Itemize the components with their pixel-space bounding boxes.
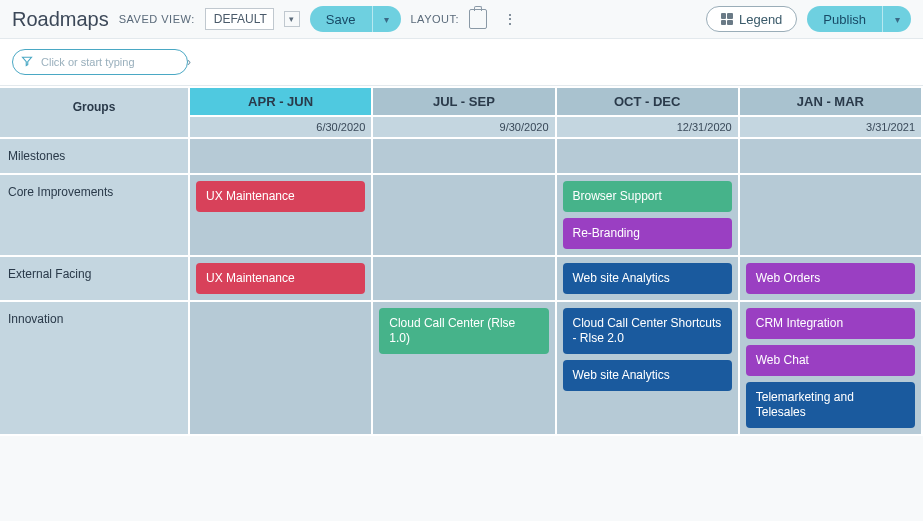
column-date-q1: 6/30/2020 bbox=[190, 117, 373, 139]
roadmap-card[interactable]: Browser Support bbox=[563, 181, 732, 212]
grid-cell bbox=[740, 139, 923, 175]
page-title: Roadmaps bbox=[12, 8, 109, 31]
publish-dropdown-icon[interactable]: ▾ bbox=[883, 6, 911, 32]
roadmap-card[interactable]: Cloud Call Center Shortcuts - Rlse 2.0 bbox=[563, 308, 732, 354]
column-date-q4: 3/31/2021 bbox=[740, 117, 923, 139]
column-header-q2[interactable]: JUL - SEP bbox=[373, 88, 556, 117]
row-label: Core Improvements bbox=[0, 175, 190, 257]
column-header-groups: Groups bbox=[0, 88, 190, 139]
grid-cell bbox=[373, 175, 556, 257]
grid-cell: CRM IntegrationWeb ChatTelemarketing and… bbox=[740, 302, 923, 436]
grid-cell: Browser SupportRe-Branding bbox=[557, 175, 740, 257]
roadmap-card[interactable]: UX Maintenance bbox=[196, 181, 365, 212]
legend-icon bbox=[721, 13, 733, 25]
grid-cell: UX Maintenance bbox=[190, 175, 373, 257]
grid-cell bbox=[557, 139, 740, 175]
more-menu-icon[interactable]: ⋮ bbox=[497, 11, 524, 27]
roadmap-card[interactable]: Telemarketing and Telesales bbox=[746, 382, 915, 428]
legend-button-label: Legend bbox=[739, 12, 782, 27]
grid-cell: Web site Analytics bbox=[557, 257, 740, 302]
layout-icon[interactable] bbox=[469, 9, 487, 29]
save-button[interactable]: Save ▾ bbox=[310, 6, 401, 32]
roadmap-card[interactable]: UX Maintenance bbox=[196, 263, 365, 294]
column-date-q3: 12/31/2020 bbox=[557, 117, 740, 139]
filter-icon bbox=[21, 53, 33, 71]
save-button-label: Save bbox=[310, 6, 373, 32]
publish-button[interactable]: Publish ▾ bbox=[807, 6, 911, 32]
column-header-q1[interactable]: APR - JUN bbox=[190, 88, 373, 117]
toolbar: Roadmaps SAVED VIEW: DEFAULT ▾ Save ▾ LA… bbox=[0, 0, 923, 38]
grid-cell: Cloud Call Center (Rlse 1.0) bbox=[373, 302, 556, 436]
filter-pill[interactable]: › bbox=[12, 49, 188, 75]
roadmap-card[interactable]: Re-Branding bbox=[563, 218, 732, 249]
column-header-q3[interactable]: OCT - DEC bbox=[557, 88, 740, 117]
roadmap-card[interactable]: Web Orders bbox=[746, 263, 915, 294]
filter-input[interactable] bbox=[41, 56, 179, 68]
saved-view-caret-icon[interactable]: ▾ bbox=[284, 11, 300, 27]
grid-cell bbox=[373, 139, 556, 175]
saved-view-select[interactable]: DEFAULT bbox=[205, 8, 274, 30]
grid-cell: UX Maintenance bbox=[190, 257, 373, 302]
grid-cell bbox=[190, 139, 373, 175]
row-label: Milestones bbox=[0, 139, 190, 175]
roadmap-grid: Groups APR - JUN JUL - SEP OCT - DEC JAN… bbox=[0, 86, 923, 436]
roadmap-card[interactable]: Cloud Call Center (Rlse 1.0) bbox=[379, 308, 548, 354]
row-label: Innovation bbox=[0, 302, 190, 436]
legend-button[interactable]: Legend bbox=[706, 6, 797, 32]
roadmap-card[interactable]: CRM Integration bbox=[746, 308, 915, 339]
save-dropdown-icon[interactable]: ▾ bbox=[373, 6, 401, 32]
publish-button-label: Publish bbox=[807, 6, 883, 32]
filter-bar: › bbox=[0, 38, 923, 86]
roadmap-card[interactable]: Web Chat bbox=[746, 345, 915, 376]
grid-cell bbox=[190, 302, 373, 436]
grid-cell: Cloud Call Center Shortcuts - Rlse 2.0We… bbox=[557, 302, 740, 436]
column-header-q4[interactable]: JAN - MAR bbox=[740, 88, 923, 117]
layout-label: LAYOUT: bbox=[411, 13, 460, 25]
column-date-q2: 9/30/2020 bbox=[373, 117, 556, 139]
grid-cell bbox=[740, 175, 923, 257]
saved-view-value: DEFAULT bbox=[214, 12, 267, 26]
roadmap-card[interactable]: Web site Analytics bbox=[563, 360, 732, 391]
row-label: External Facing bbox=[0, 257, 190, 302]
chevron-right-icon[interactable]: › bbox=[187, 55, 191, 69]
grid-cell bbox=[373, 257, 556, 302]
grid-cell: Web Orders bbox=[740, 257, 923, 302]
roadmap-card[interactable]: Web site Analytics bbox=[563, 263, 732, 294]
saved-view-label: SAVED VIEW: bbox=[119, 13, 195, 25]
